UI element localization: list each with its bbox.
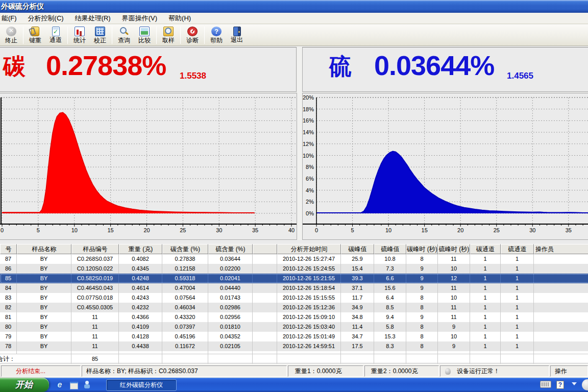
toolbar-separator: [112, 27, 112, 44]
toolbar-button-label: 取样: [162, 37, 175, 44]
tray-keyboard-icon[interactable]: [540, 381, 551, 388]
cell: BY: [17, 332, 71, 341]
cell: 9: [438, 322, 470, 332]
svg-text:10: 10: [385, 227, 391, 233]
tray-help-icon[interactable]: ?: [556, 381, 564, 389]
compare-icon: [139, 27, 150, 36]
diagnose-icon: [187, 27, 198, 36]
cell: 11: [438, 303, 470, 312]
cell: [534, 293, 588, 303]
table-row[interactable]: 87BYC0.268S0.0370.40820.278380.036442010…: [0, 254, 588, 264]
menu-item-2[interactable]: 结果处理(R): [69, 13, 116, 24]
cell: 11.4: [341, 322, 374, 332]
cell: [534, 351, 588, 354]
svg-text:12%: 12%: [303, 141, 314, 147]
total-value: 85: [71, 354, 119, 364]
column-header-11[interactable]: 硫峰时 (秒): [438, 244, 470, 254]
cell: 0.07564: [162, 293, 208, 303]
table-row[interactable]: 78BY110.44380.116720.021052010-12-26 14:…: [0, 341, 588, 351]
taskbar-app-button[interactable]: 红外碳硫分析仪: [106, 379, 177, 391]
cell: [534, 264, 588, 274]
column-header-0[interactable]: 号: [0, 244, 17, 254]
cell: [277, 351, 341, 354]
carbon-chart: 0510152025303540: [0, 93, 297, 240]
column-header-9[interactable]: 硫峰值: [374, 244, 406, 254]
cell: 7.3: [374, 264, 406, 274]
toolbar-button-label: 退出: [231, 36, 243, 43]
column-header-1[interactable]: 样品名称: [17, 244, 71, 254]
toolbar-button-query[interactable]: 查询: [114, 25, 134, 45]
cell: [253, 341, 277, 351]
column-header-6[interactable]: [253, 244, 277, 254]
table-row[interactable]: 84BYC0.464S0.0430.46140.470040.044402010…: [0, 283, 588, 293]
cell: 11.7: [341, 293, 374, 303]
column-header-8[interactable]: 碳峰值: [341, 244, 374, 254]
column-header-7[interactable]: 分析开始时间: [277, 244, 341, 254]
column-header-4[interactable]: 碳含量 (%): [162, 244, 208, 254]
column-header-3[interactable]: 重量 (克): [119, 244, 162, 254]
cell: 0.02956: [208, 312, 253, 322]
column-header-14[interactable]: 操作员: [534, 244, 588, 254]
toolbar-button-help[interactable]: 帮助: [206, 25, 227, 45]
column-header-2[interactable]: 样品编号: [71, 244, 119, 254]
toolbar-button-weigh[interactable]: 键重: [25, 25, 45, 45]
cell: [470, 351, 501, 354]
toolbar-button-stats[interactable]: 统计: [69, 25, 90, 45]
column-header-5[interactable]: 硫含量 (%): [208, 244, 253, 254]
menu-item-1[interactable]: 分析控制(C): [22, 13, 69, 24]
cell: 83: [0, 293, 17, 303]
cell: 0.07397: [162, 322, 208, 332]
cell: [341, 351, 374, 354]
menu-item-3[interactable]: 界面操作(V): [116, 13, 163, 24]
tray-collapse-icon[interactable]: [572, 382, 577, 385]
start-button[interactable]: 开始: [0, 378, 49, 392]
menu-item-0[interactable]: 能(F): [0, 13, 22, 24]
toolbar-button-stop[interactable]: 终止: [1, 25, 21, 45]
cell: 11: [438, 283, 470, 293]
column-header-13[interactable]: 硫通道: [501, 244, 534, 254]
table-row[interactable]: 81BY110.43660.433200.029562010-12-26 15:…: [0, 312, 588, 322]
toolbar-button-exit[interactable]: 退出: [227, 25, 247, 45]
table-row[interactable]: 82BYC0.45S0.03050.42320.460340.029862010…: [0, 303, 588, 312]
table-row[interactable]: 85BYC0.582S0.0190.42480.593180.020412010…: [0, 274, 588, 283]
cell: 1: [501, 283, 534, 293]
cell: 5.8: [374, 322, 406, 332]
toolbar-button-calibrate[interactable]: 校正: [90, 25, 110, 45]
internet-explorer-icon[interactable]: e: [55, 380, 64, 389]
panel-splitter[interactable]: [297, 47, 302, 240]
cell: 1: [501, 274, 534, 283]
table-row[interactable]: 79BY110.41280.451960.043522010-12-26 15:…: [0, 332, 588, 341]
table-row[interactable]: 83BYC0.077S0.0180.42430.075640.017432010…: [0, 293, 588, 303]
column-header-10[interactable]: 碳峰时 (秒): [406, 244, 438, 254]
cell: 34.8: [341, 312, 374, 322]
table-empty-row: [0, 351, 588, 354]
table-row[interactable]: 86BYC0.120S0.0220.43450.121580.022002010…: [0, 264, 588, 274]
cell: 1: [501, 312, 534, 322]
table-row[interactable]: 80BY110.41090.073970.018102010-12-26 15:…: [0, 322, 588, 332]
toolbar-button-diagnose[interactable]: 诊断: [182, 25, 203, 45]
carbon-chart-panel: 0510152025303540: [0, 93, 297, 240]
window-titlebar: 外碳硫分析仪: [0, 0, 588, 13]
cell: 0.4345: [119, 264, 162, 274]
cell: 0.11672: [162, 341, 208, 351]
cell: 9: [406, 264, 438, 274]
weigh-icon: [31, 27, 39, 36]
show-desktop-icon[interactable]: [69, 380, 79, 389]
toolbar-button-compare[interactable]: 比较: [134, 25, 155, 45]
cell: [253, 303, 277, 312]
window-title: 外碳硫分析仪: [1, 2, 44, 11]
screen: 外碳硫分析仪 能(F)分析控制(C)结果处理(R)界面操作(V)帮助(H) 终止…: [0, 0, 588, 392]
cell: 15.6: [374, 283, 406, 293]
status-sample-info: 样品名称：BY; 样品标识：C0.268S0.037: [82, 365, 287, 377]
taskbar: 开始 e 红外碳硫分析仪 ?: [0, 378, 588, 392]
svg-text:25: 25: [494, 227, 500, 233]
messenger-icon[interactable]: [83, 380, 92, 389]
toolbar-button-channel[interactable]: 通道: [45, 25, 66, 45]
toolbar-button-sample[interactable]: 取样: [158, 25, 179, 45]
sample-icon: [163, 27, 174, 36]
tray-clock-icon[interactable]: [582, 379, 588, 390]
cell: [470, 354, 501, 364]
column-header-12[interactable]: 碳通道: [470, 244, 501, 254]
toolbar-separator: [156, 27, 157, 44]
menu-item-4[interactable]: 帮助(H): [163, 13, 197, 24]
